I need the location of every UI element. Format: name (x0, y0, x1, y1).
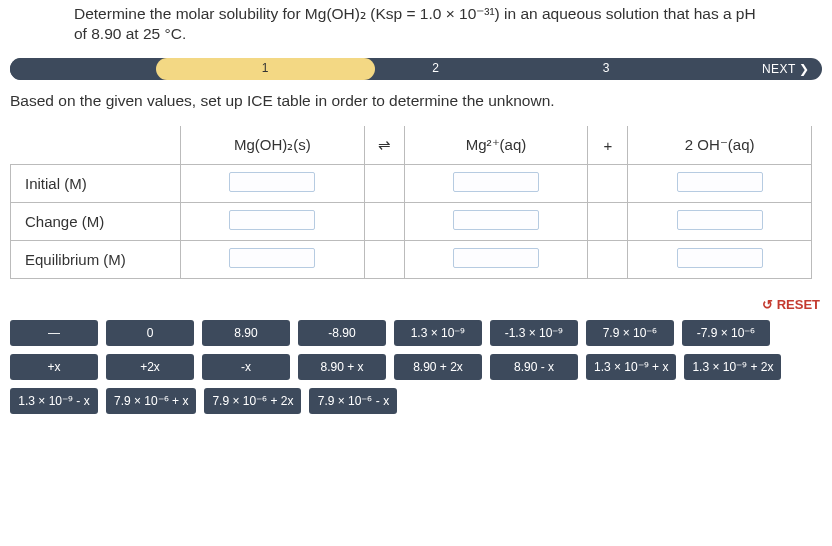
equilibrium-arrow: ⇌ (364, 126, 404, 164)
step-2[interactable]: 2 (432, 61, 439, 75)
slot-i-2[interactable] (453, 172, 539, 192)
tile-bank: — 0 8.90 -8.90 1.3 × 10⁻⁹ -1.3 × 10⁻⁹ 7.… (0, 316, 832, 414)
tile[interactable]: 7.9 × 10⁻⁶ + 2x (204, 388, 301, 414)
step-1[interactable]: 1 (262, 61, 269, 75)
col-header-mg: Mg²⁺(aq) (404, 126, 588, 164)
tile[interactable]: 7.9 × 10⁻⁶ - x (309, 388, 397, 414)
row-change: Change (M) (11, 202, 181, 240)
slot-i-3[interactable] (677, 172, 763, 192)
slot-e-1[interactable] (229, 248, 315, 268)
progress-track: 1 2 3 NEXT ❯ (10, 58, 822, 80)
slot-c-3[interactable] (677, 210, 763, 230)
slot-e-3[interactable] (677, 248, 763, 268)
tile[interactable]: 1.3 × 10⁻⁹ + 2x (684, 354, 781, 380)
tile[interactable]: 8.90 + 2x (394, 354, 482, 380)
blank-header (11, 126, 181, 164)
step-3[interactable]: 3 (603, 61, 610, 75)
tile[interactable]: — (10, 320, 98, 346)
reset-label: RESET (777, 297, 820, 312)
slot-c-2[interactable] (453, 210, 539, 230)
instruction-text: Based on the given values, set up ICE ta… (0, 88, 832, 118)
progress-bar: 1 2 3 NEXT ❯ (0, 58, 832, 80)
tile[interactable]: 7.9 × 10⁻⁶ + x (106, 388, 196, 414)
tile[interactable]: 1.3 × 10⁻⁹ - x (10, 388, 98, 414)
row-equilibrium: Equilibrium (M) (11, 240, 181, 278)
question-text: Determine the molar solubility for Mg(OH… (0, 0, 760, 54)
tile[interactable]: 0 (106, 320, 194, 346)
tile[interactable]: 8.90 - x (490, 354, 578, 380)
slot-i-1[interactable] (229, 172, 315, 192)
plus-sign: + (588, 126, 628, 164)
tile[interactable]: -7.9 × 10⁻⁶ (682, 320, 770, 346)
next-button[interactable]: NEXT ❯ (762, 62, 810, 76)
col-header-reactant: Mg(OH)₂(s) (181, 126, 365, 164)
tile[interactable]: 7.9 × 10⁻⁶ (586, 320, 674, 346)
reset-icon: ↺ (762, 297, 773, 312)
tile[interactable]: +2x (106, 354, 194, 380)
tile[interactable]: 1.3 × 10⁻⁹ + x (586, 354, 676, 380)
tile[interactable]: 8.90 (202, 320, 290, 346)
tile[interactable]: +x (10, 354, 98, 380)
tile[interactable]: -1.3 × 10⁻⁹ (490, 320, 578, 346)
progress-done (10, 58, 156, 80)
col-header-oh: 2 OH⁻(aq) (628, 126, 812, 164)
ice-table: Mg(OH)₂(s) ⇌ Mg²⁺(aq) + 2 OH⁻(aq) Initia… (10, 126, 812, 279)
slot-c-1[interactable] (229, 210, 315, 230)
tile[interactable]: 8.90 + x (298, 354, 386, 380)
slot-e-2[interactable] (453, 248, 539, 268)
tile[interactable]: 1.3 × 10⁻⁹ (394, 320, 482, 346)
tile[interactable]: -x (202, 354, 290, 380)
tile[interactable]: -8.90 (298, 320, 386, 346)
row-initial: Initial (M) (11, 164, 181, 202)
reset-button[interactable]: ↺ RESET (762, 297, 820, 312)
